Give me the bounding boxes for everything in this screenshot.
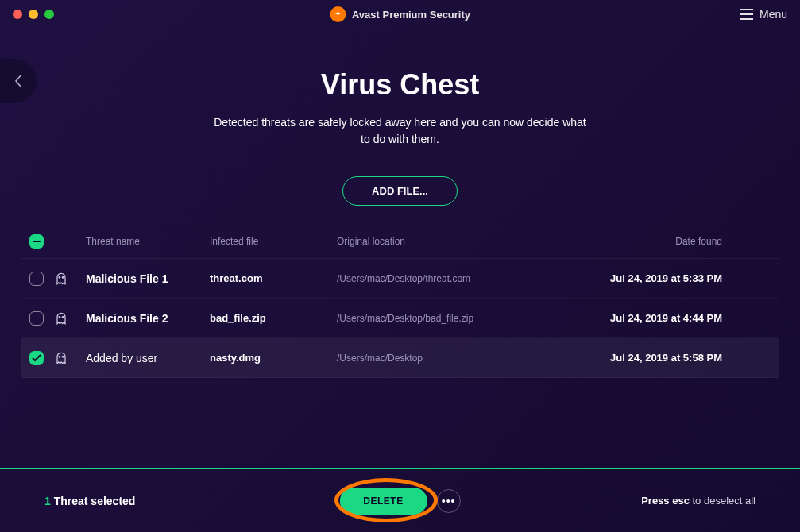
svg-point-4 — [59, 356, 60, 357]
date-found: Jul 24, 2019 at 5:58 PM — [567, 352, 779, 364]
original-location: /Users/mac/Desktop/bad_file.zip — [337, 313, 567, 324]
threats-table: Threat name Infected file Original locat… — [0, 234, 800, 378]
deselect-hint: Press esc to deselect all — [641, 495, 756, 507]
ghost-icon — [52, 310, 70, 327]
add-file-button[interactable]: ADD FILE... — [342, 176, 458, 206]
row-checkbox[interactable] — [29, 272, 44, 286]
titlebar: Avast Premium Security Menu — [0, 0, 800, 29]
hamburger-icon — [740, 9, 753, 20]
window-controls — [13, 10, 54, 19]
ghost-icon — [52, 349, 70, 367]
avast-logo-icon — [330, 6, 346, 22]
ghost-icon — [52, 270, 70, 287]
selection-status: 1 Threat selected — [44, 495, 135, 507]
svg-point-1 — [62, 276, 64, 278]
fullscreen-window-button[interactable] — [44, 10, 54, 19]
deselect-suffix: to deselect all — [690, 495, 756, 507]
date-found: Jul 24, 2019 at 5:33 PM — [567, 272, 779, 284]
table-row[interactable]: Malicious File 1threat.com/Users/mac/Des… — [21, 259, 779, 299]
threat-name: Malicious File 1 — [84, 272, 210, 285]
svg-point-3 — [62, 316, 64, 318]
infected-file: nasty.dmg — [210, 352, 337, 364]
row-checkbox[interactable] — [29, 311, 44, 326]
minimize-window-button[interactable] — [29, 10, 38, 19]
infected-file: bad_file.zip — [210, 312, 337, 324]
infected-file: threat.com — [210, 272, 337, 284]
svg-point-0 — [59, 276, 60, 278]
page-subtitle: Detected threats are safely locked away … — [210, 114, 591, 148]
table-row[interactable]: Malicious File 2bad_file.zip/Users/mac/D… — [21, 299, 779, 338]
date-found: Jul 24, 2019 at 4:44 PM — [567, 312, 779, 324]
app-title: Avast Premium Security — [330, 6, 470, 22]
app-title-text: Avast Premium Security — [352, 9, 470, 21]
column-header-threat-name: Threat name — [84, 236, 210, 247]
svg-point-5 — [62, 356, 64, 357]
action-footer: 1 Threat selected DELETE ••• Press esc t… — [0, 468, 800, 532]
threat-name: Malicious File 2 — [84, 312, 210, 325]
row-checkbox[interactable] — [29, 351, 44, 365]
column-header-infected-file: Infected file — [210, 236, 337, 247]
select-all-checkbox[interactable] — [29, 234, 44, 249]
original-location: /Users/mac/Desktop/threat.com — [337, 273, 567, 284]
threat-name: Added by user — [84, 352, 210, 364]
menu-button[interactable]: Menu — [740, 8, 787, 21]
chevron-left-icon — [14, 73, 23, 89]
svg-point-2 — [59, 316, 60, 318]
close-window-button[interactable] — [13, 10, 22, 19]
selected-label: Threat selected — [54, 495, 136, 507]
more-actions-button[interactable]: ••• — [437, 489, 461, 513]
original-location: /Users/mac/Desktop — [337, 353, 567, 364]
table-row[interactable]: Added by usernasty.dmg/Users/mac/Desktop… — [21, 338, 779, 378]
page-title: Virus Chest — [0, 68, 800, 102]
column-header-date-found: Date found — [567, 236, 779, 247]
table-header: Threat name Infected file Original locat… — [21, 234, 779, 259]
selected-count: 1 — [44, 495, 51, 507]
deselect-key: Press esc — [641, 495, 690, 507]
menu-label: Menu — [759, 8, 787, 21]
main-content: Virus Chest Detected threats are safely … — [0, 29, 800, 378]
column-header-original-location: Original location — [337, 236, 567, 247]
delete-button[interactable]: DELETE — [339, 488, 427, 515]
ellipsis-icon: ••• — [442, 495, 456, 507]
